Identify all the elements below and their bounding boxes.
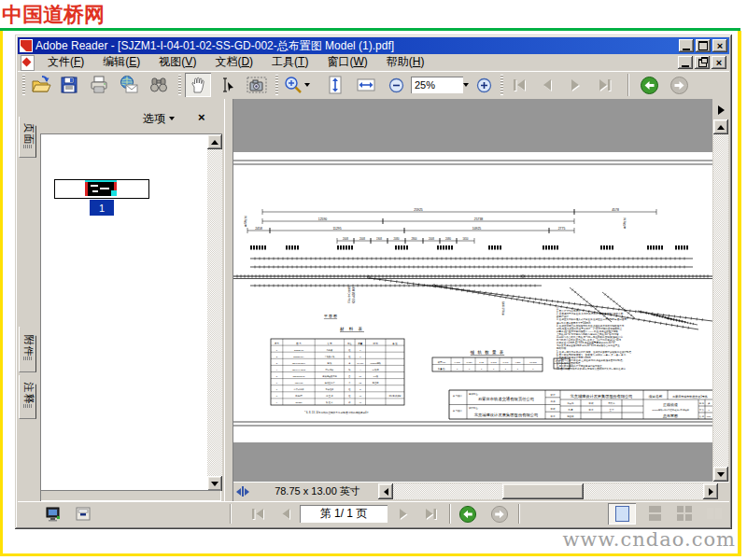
svg-text:钢 轨: 钢 轨	[326, 361, 332, 365]
menu-view[interactable]: 视图(V)	[149, 53, 205, 72]
document-icon[interactable]	[21, 55, 35, 71]
select-tool-button[interactable]	[215, 73, 239, 97]
svg-text:郭文英: 郭文英	[609, 402, 616, 405]
pdf-page[interactable]: 2592545781259025738245811295109252775200…	[233, 152, 712, 442]
facing-button[interactable]	[671, 503, 698, 525]
single-page-button[interactable]	[608, 503, 636, 525]
status-go-forward-button[interactable]	[488, 504, 511, 525]
status-previous-page-button[interactable]	[275, 505, 296, 524]
menu-window[interactable]: 窗口(W)	[317, 53, 376, 72]
panel-scroll-up-button[interactable]	[207, 134, 222, 149]
doc-hscroll-left-button[interactable]	[378, 483, 393, 499]
panel-scrollbar[interactable]	[207, 134, 222, 490]
continuous-facing-button[interactable]	[701, 503, 727, 525]
panel-scroll-down-button[interactable]	[207, 476, 222, 491]
menu-document[interactable]: 文档(D)	[205, 53, 262, 72]
app-icon[interactable]	[20, 39, 33, 52]
close-button[interactable]: ×	[712, 39, 727, 52]
thumbnail-page-number[interactable]: 1	[90, 200, 114, 216]
menu-tools[interactable]: 工具(T)	[262, 53, 317, 72]
svg-text:SCZ21-08: SCZ21-08	[294, 349, 304, 351]
toolbar-overflow-button[interactable]	[713, 102, 728, 119]
svg-text:弹条Ⅱ型: 弹条Ⅱ型	[295, 394, 303, 398]
svg-text:1.802: 1.802	[490, 361, 497, 364]
svg-text:10. 图、剖面对其不变更规定,可将有关图纸调整采用一般标准: 10. 图、剖面对其不变更规定,可将有关图纸调整采用一般标准规定。	[557, 367, 627, 371]
svg-text:组: 组	[348, 388, 351, 391]
svg-text:材 料 表: 材 料 表	[339, 327, 364, 332]
frame-top-line	[0, 28, 740, 31]
panel-close-button[interactable]: ×	[198, 110, 205, 124]
hand-tool-button[interactable]	[185, 73, 211, 97]
page-indicator-box[interactable]: 第 1/ 1 页	[300, 505, 388, 523]
doc-right-chrome	[712, 99, 729, 501]
go-back-button[interactable]	[637, 73, 661, 97]
doc-scroll-down-button[interactable]	[713, 467, 728, 482]
statusbar-separator	[518, 504, 519, 524]
tab-pages[interactable]: 页面	[19, 117, 36, 158]
screen-mode-button[interactable]	[44, 505, 63, 524]
fit-width-button[interactable]	[353, 73, 379, 97]
panel-splitter[interactable]	[224, 99, 233, 501]
next-page-button[interactable]	[564, 73, 586, 97]
open-button[interactable]	[28, 73, 54, 97]
save-button[interactable]	[56, 73, 82, 97]
snapshot-tool-button[interactable]	[243, 73, 271, 97]
page-thumbnail[interactable]	[54, 179, 149, 199]
last-page-button[interactable]	[592, 73, 616, 97]
menu-file[interactable]: 文件(F)	[38, 53, 93, 72]
tab-attachments[interactable]: 附件	[19, 327, 36, 372]
email-button[interactable]	[116, 73, 142, 97]
svg-text:2080: 2080	[394, 237, 400, 241]
options-menu-button[interactable]: 选项	[143, 110, 175, 127]
print-button[interactable]	[86, 73, 112, 97]
collapse-toolbars-button[interactable]	[74, 505, 92, 524]
first-page-button[interactable]	[508, 73, 532, 97]
mdi-restore-button[interactable]	[695, 56, 710, 69]
toolbar-grip[interactable]	[500, 75, 503, 95]
title-bar[interactable]: Adobe Reader - [SJZM1-I-04-01-02-SS-GD-0…	[18, 37, 729, 54]
svg-text:1: 1	[532, 368, 534, 370]
svg-text:54轨用: 54轨用	[373, 369, 379, 371]
menu-help[interactable]: 帮助(H)	[377, 53, 434, 72]
tab-comments[interactable]: 注释	[19, 375, 36, 419]
pane-splitter-icon[interactable]	[235, 484, 250, 498]
continuous-button[interactable]	[641, 503, 668, 525]
doc-vscrollbar[interactable]	[713, 119, 728, 482]
svg-text:25738: 25738	[474, 217, 484, 221]
toolbar-grip[interactable]	[22, 75, 25, 95]
status-next-page-button[interactable]	[393, 505, 414, 524]
mdi-close-button[interactable]: ×	[712, 56, 726, 69]
previous-page-button[interactable]	[536, 73, 558, 97]
go-forward-button[interactable]	[667, 73, 691, 97]
doc-scroll-up-button[interactable]	[713, 119, 728, 134]
toolbar-grip[interactable]	[178, 75, 181, 95]
svg-text:2775: 2775	[558, 227, 566, 231]
document-viewport[interactable]: 2592545781259025738245811295109252775200…	[233, 99, 712, 482]
svg-text:伸缩位移计: 伸缩位移计	[324, 382, 335, 385]
window-title: Adobe Reader - [SJZM1-I-04-01-02-SS-GD-0…	[35, 38, 394, 54]
menu-edit[interactable]: 编辑(E)	[93, 53, 149, 72]
svg-text:10.508: 10.508	[529, 361, 537, 364]
status-first-page-button[interactable]	[247, 505, 270, 524]
svg-text:* 6, 8, 13, 14号半轨枕空间按单元分铺,图示轨枕: * 6, 8, 13, 14号半轨枕空间按单元分铺,图示轨枕间距递减4个。	[304, 411, 371, 414]
zoom-in-button[interactable]	[473, 73, 494, 97]
toolbar-grip[interactable]	[275, 75, 278, 95]
maximize-button[interactable]	[696, 39, 711, 52]
svg-text:规划红线: 规划红线	[244, 216, 247, 227]
svg-text:固定夹板: 固定夹板	[326, 369, 335, 371]
mdi-minimize-button[interactable]	[678, 56, 693, 69]
status-go-back-button[interactable]	[457, 504, 479, 525]
zoom-tool-button[interactable]	[280, 73, 312, 97]
search-button[interactable]	[146, 73, 172, 97]
status-last-page-button[interactable]	[419, 505, 442, 524]
doc-hscroll-right-button[interactable]	[703, 483, 718, 499]
fit-height-button[interactable]	[322, 73, 348, 97]
doc-hscroll-thumb[interactable]	[502, 483, 584, 499]
zoom-level-box[interactable]: 25%	[411, 77, 463, 93]
zoom-out-button[interactable]	[386, 73, 406, 97]
panel-hscrollbar[interactable]	[40, 490, 221, 501]
svg-text:1908: 1908	[376, 237, 382, 241]
zoom-dropdown-button[interactable]	[459, 73, 472, 97]
minimize-button[interactable]	[679, 39, 694, 52]
svg-text:TB/T449-2003: TB/T449-2003	[292, 369, 306, 371]
